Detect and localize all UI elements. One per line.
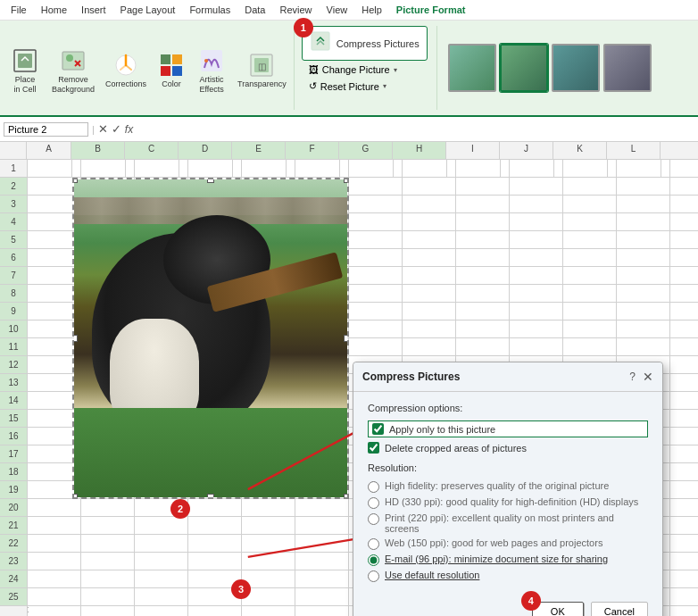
remove-bg-label: RemoveBackground [52, 75, 95, 95]
row-22[interactable]: 22 [0, 535, 27, 553]
row-14[interactable]: 14 [0, 392, 27, 410]
name-box[interactable] [4, 122, 88, 137]
menu-help[interactable]: Help [354, 2, 389, 18]
menu-formulas[interactable]: Formulas [182, 2, 237, 18]
corrections-icon [112, 51, 140, 79]
cancel-button[interactable]: Cancel [591, 602, 648, 616]
row-20[interactable]: 20 [0, 499, 27, 517]
col-header-A[interactable]: A [27, 142, 71, 159]
row-8[interactable]: 8 [0, 285, 27, 303]
menu-home[interactable]: Home [34, 2, 74, 18]
row-5[interactable]: 5 [0, 231, 27, 249]
radio-print[interactable] [368, 513, 379, 525]
row-1[interactable]: 1 [0, 160, 27, 178]
menu-file[interactable]: File [4, 2, 34, 18]
col-header-I[interactable]: I [446, 142, 500, 159]
row-4[interactable]: 4 [0, 213, 27, 231]
menu-page-layout[interactable]: Page Layout [113, 2, 183, 18]
handle-br[interactable] [344, 494, 349, 499]
row-25[interactable]: 25 [0, 588, 27, 606]
selected-image[interactable] [72, 178, 349, 499]
svg-rect-9 [201, 50, 222, 71]
svg-point-3 [66, 54, 73, 62]
fx-icon[interactable]: fx [125, 123, 133, 136]
radio-email[interactable] [368, 554, 379, 566]
col-header-D[interactable]: D [179, 142, 232, 159]
col-header-H[interactable]: H [393, 142, 446, 159]
handle-mr[interactable] [344, 335, 349, 342]
reset-picture-icon: ↺ [309, 80, 317, 92]
menu-view[interactable]: View [320, 2, 355, 18]
radio-hd-label: HD (330 ppi): good quality for high-defi… [385, 496, 638, 507]
ribbon-btn-remove-bg[interactable]: RemoveBackground [46, 22, 100, 113]
radio-web[interactable] [368, 538, 379, 550]
menu-data[interactable]: Data [237, 2, 272, 18]
row-18[interactable]: 18 [0, 463, 27, 481]
formula-input[interactable] [138, 124, 694, 135]
cancel-formula-icon[interactable]: ✕ [98, 122, 108, 136]
col-header-E[interactable]: E [232, 142, 286, 159]
resolution-hd: HD (330 ppi): good quality for high-defi… [368, 496, 648, 509]
handle-tr[interactable] [344, 178, 349, 183]
dialog-footer: OK 4 Cancel [353, 596, 662, 616]
row-17[interactable]: 17 [0, 445, 27, 463]
menu-picture-format[interactable]: Picture Format [389, 2, 473, 18]
row-21[interactable]: 21 [0, 517, 27, 535]
handle-ml[interactable] [72, 335, 78, 342]
col-header-K[interactable]: K [553, 142, 607, 159]
pic-style-thumb-4[interactable] [603, 44, 652, 92]
col-header-B[interactable]: B [71, 142, 125, 159]
reset-picture-btn[interactable]: ↺ Reset Picture ▾ [302, 79, 428, 94]
change-picture-icon: 🖼 [309, 64, 319, 75]
row-9[interactable]: 9 [0, 303, 27, 320]
row-12[interactable]: 12 [0, 356, 27, 374]
ribbon-btn-color[interactable]: Color [152, 22, 191, 113]
ribbon-btn-transparency[interactable]: ◫ Transparency [232, 22, 292, 113]
dialog-close-btn[interactable]: ✕ [643, 370, 653, 384]
row-15[interactable]: 15 [0, 410, 27, 428]
apply-only-checkbox[interactable] [372, 423, 384, 435]
badge-3: 3 [231, 579, 251, 599]
ribbon-btn-place-in-cell[interactable]: Placein Cell [4, 22, 46, 113]
handle-bl[interactable] [72, 494, 78, 499]
ribbon-compress-group: Compress Pictures 1 🖼 Change Picture ▾ ↺… [296, 22, 433, 113]
confirm-formula-icon[interactable]: ✓ [112, 122, 121, 136]
radio-print-label: Print (220 ppi): excellent quality on mo… [385, 512, 648, 534]
row-6[interactable]: 6 [0, 249, 27, 267]
row-7[interactable]: 7 [0, 267, 27, 285]
radio-default[interactable] [368, 570, 379, 582]
row-24[interactable]: 24 [0, 570, 27, 588]
col-header-J[interactable]: J [500, 142, 553, 159]
delete-cropped-row: Delete cropped areas of pictures [368, 442, 648, 454]
row-10[interactable]: 10 [0, 320, 27, 338]
row-3[interactable]: 3 [0, 196, 27, 213]
change-picture-btn[interactable]: 🖼 Change Picture ▾ [302, 62, 428, 77]
row-16[interactable]: 16 [0, 428, 27, 445]
delete-cropped-checkbox[interactable] [368, 442, 379, 454]
col-header-F[interactable]: F [286, 142, 339, 159]
transparency-label: Transparency [237, 79, 287, 89]
pic-style-thumb-2[interactable] [500, 44, 548, 92]
handle-tc[interactable] [207, 178, 214, 183]
ribbon-btn-corrections[interactable]: Corrections [100, 22, 152, 113]
row-11[interactable]: 11 [0, 338, 27, 356]
handle-bc[interactable] [207, 494, 214, 499]
ribbon-btn-artistic-effects[interactable]: ArtisticEffects [191, 22, 232, 113]
row-19[interactable]: 19 [0, 481, 27, 499]
row-23[interactable]: 23 [0, 553, 27, 570]
col-header-L[interactable]: L [607, 142, 661, 159]
pic-style-thumb-3[interactable] [552, 44, 600, 92]
row-2[interactable]: 2 [0, 178, 27, 196]
menu-insert[interactable]: Insert [74, 2, 113, 18]
col-header-C[interactable]: C [125, 142, 179, 159]
radio-high-fidelity[interactable] [368, 481, 379, 493]
compress-pictures-btn[interactable]: Compress Pictures 1 [302, 26, 428, 61]
menu-review[interactable]: Review [272, 2, 319, 18]
row-13[interactable]: 13 [0, 374, 27, 392]
dialog-help-btn[interactable]: ? [629, 370, 636, 383]
svg-rect-5 [161, 54, 170, 64]
handle-tl[interactable] [72, 178, 78, 183]
radio-hd[interactable] [368, 497, 379, 509]
col-header-G[interactable]: G [339, 142, 393, 159]
pic-style-thumb-1[interactable] [448, 44, 496, 92]
